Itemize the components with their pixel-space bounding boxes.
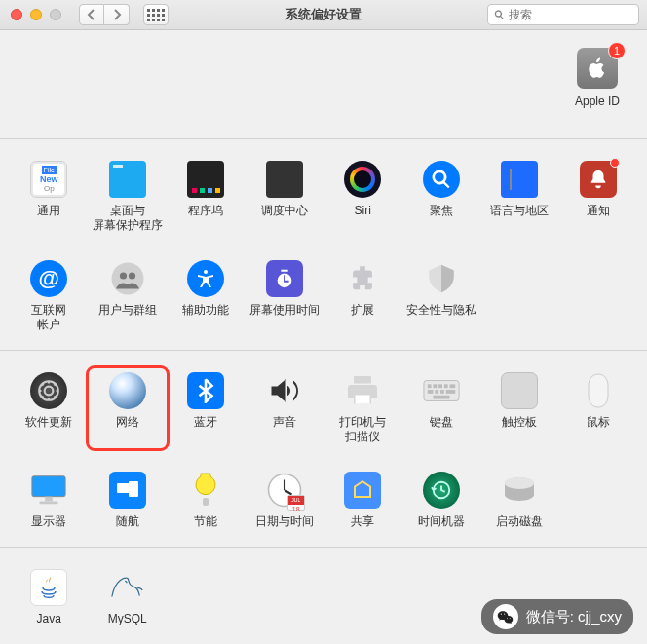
prefs-section-0: FileNewOp通用桌面与 屏幕保护程序程序坞调度中心Siri聚焦语言与地区通… — [0, 139, 647, 351]
pref-bluetooth[interactable]: 蓝牙 — [167, 368, 246, 448]
pref-mysql[interactable]: MySQL — [89, 565, 168, 630]
apple-id-label: Apple ID — [575, 95, 620, 109]
pref-siri[interactable]: Siri — [324, 157, 402, 237]
wechat-icon — [493, 604, 518, 629]
pref-mission[interactable]: 调度中心 — [246, 157, 324, 237]
pref-accessibility[interactable]: 辅助功能 — [167, 256, 246, 336]
pref-label: 显示器 — [31, 514, 66, 529]
pref-screentime[interactable]: 屏幕使用时间 — [246, 256, 324, 336]
pref-sharing[interactable]: 共享 — [324, 468, 402, 533]
pref-label: 声音 — [273, 415, 296, 430]
pref-label: 触控板 — [502, 415, 537, 430]
pref-startup[interactable]: 启动磁盘 — [480, 468, 559, 533]
pref-label: 时间机器 — [418, 514, 465, 529]
nav-buttons — [79, 4, 130, 25]
pref-language[interactable]: 语言与地区 — [480, 157, 559, 237]
apple-id-badge: 1 — [608, 42, 626, 59]
prefs-row: FileNewOp通用桌面与 屏幕保护程序程序坞调度中心Siri聚焦语言与地区通… — [10, 157, 637, 237]
pref-label: 扩展 — [351, 303, 374, 318]
pref-trackpad[interactable]: 触控板 — [480, 368, 559, 448]
pref-label: Siri — [355, 204, 371, 218]
pref-extensions[interactable]: 扩展 — [324, 256, 402, 336]
svg-point-27 — [505, 477, 534, 489]
pref-label: Java — [37, 612, 61, 626]
svg-point-0 — [111, 263, 143, 295]
svg-point-2 — [129, 272, 135, 279]
pref-label: 启动磁盘 — [496, 514, 543, 529]
search-field[interactable] — [487, 4, 639, 25]
chevron-left-icon — [87, 9, 96, 20]
pref-notifications[interactable]: 通知 — [559, 157, 638, 237]
apple-id-row: 1 Apple ID — [0, 30, 647, 139]
svg-rect-20 — [45, 497, 53, 502]
show-all-button[interactable] — [143, 4, 169, 25]
minimize-window-button[interactable] — [30, 9, 42, 20]
pref-sidecar[interactable]: 随航 — [89, 468, 168, 533]
svg-rect-24 — [203, 498, 209, 506]
svg-rect-21 — [40, 501, 58, 504]
pref-mouse[interactable]: 鼠标 — [559, 368, 638, 448]
pref-java[interactable]: Java — [10, 565, 89, 630]
pref-label: 语言与地区 — [490, 204, 549, 218]
pref-dock[interactable]: 程序坞 — [167, 157, 246, 237]
search-input[interactable] — [509, 8, 632, 21]
close-window-button[interactable] — [11, 9, 22, 20]
pref-label: 随航 — [116, 514, 139, 529]
pref-printers[interactable]: 打印机与 扫描仪 — [324, 368, 402, 448]
zoom-window-button — [50, 9, 61, 20]
pref-label: 调度中心 — [261, 204, 308, 218]
svg-rect-13 — [428, 390, 434, 394]
pref-label: 共享 — [351, 514, 374, 529]
pref-label: 互联网 帐户 — [31, 303, 66, 332]
pref-spotlight[interactable]: 聚焦 — [402, 157, 481, 237]
pref-label: 蓝牙 — [194, 415, 217, 430]
svg-rect-14 — [435, 390, 438, 394]
pref-label: 软件更新 — [25, 415, 72, 430]
svg-rect-10 — [438, 384, 442, 388]
pref-internet-accounts[interactable]: @互联网 帐户 — [10, 256, 89, 336]
pref-keyboard[interactable]: 键盘 — [402, 368, 481, 448]
pref-security[interactable]: 安全性与隐私 — [402, 256, 481, 336]
pref-label: 安全性与隐私 — [406, 303, 476, 318]
pref-displays[interactable]: 显示器 — [10, 468, 89, 533]
pref-label: 鼠标 — [587, 415, 610, 430]
back-button[interactable] — [79, 4, 104, 25]
pref-software-update[interactable]: 软件更新 — [10, 368, 89, 448]
svg-rect-23 — [129, 481, 138, 497]
prefs-row: 显示器随航节能JUL18日期与时间共享时间机器启动磁盘 — [10, 468, 637, 533]
pref-users[interactable]: 用户与群组 — [89, 256, 168, 336]
pref-datetime[interactable]: JUL18日期与时间 — [246, 468, 324, 533]
svg-rect-8 — [428, 384, 432, 388]
wechat-watermark: 微信号: cjj_cxy — [481, 599, 633, 634]
svg-rect-17 — [433, 396, 449, 399]
pref-network[interactable]: 网络 — [89, 368, 168, 448]
svg-rect-18 — [32, 476, 65, 497]
pref-label: 节能 — [194, 514, 217, 529]
svg-rect-15 — [440, 390, 444, 394]
window-controls — [8, 9, 61, 20]
titlebar: 系统偏好设置 — [0, 0, 647, 30]
svg-rect-22 — [117, 483, 131, 493]
pref-label: 网络 — [116, 415, 139, 430]
svg-rect-9 — [433, 384, 437, 388]
forward-button[interactable] — [104, 4, 130, 25]
pref-sound[interactable]: 声音 — [246, 368, 324, 448]
pref-desktop[interactable]: 桌面与 屏幕保护程序 — [89, 157, 168, 237]
pref-label: 桌面与 屏幕保护程序 — [93, 204, 163, 233]
svg-rect-12 — [449, 384, 455, 388]
svg-point-3 — [204, 270, 208, 274]
pref-label: 屏幕使用时间 — [249, 303, 320, 318]
svg-rect-11 — [444, 384, 448, 388]
pref-energy[interactable]: 节能 — [167, 468, 246, 533]
svg-rect-6 — [356, 396, 370, 404]
wechat-text: 微信号: cjj_cxy — [526, 608, 622, 626]
prefs-row: 软件更新网络蓝牙声音打印机与 扫描仪键盘触控板鼠标 — [10, 368, 637, 448]
pref-general[interactable]: FileNewOp通用 — [10, 157, 89, 237]
prefs-section-1: 软件更新网络蓝牙声音打印机与 扫描仪键盘触控板鼠标显示器随航节能JUL18日期与… — [0, 351, 647, 548]
apple-id-button[interactable]: 1 Apple ID — [575, 48, 620, 109]
pref-label: 辅助功能 — [182, 303, 229, 318]
pref-timemachine[interactable]: 时间机器 — [402, 468, 481, 533]
pref-label: 聚焦 — [430, 204, 453, 218]
pref-label: 用户与群组 — [98, 303, 157, 318]
pref-label: 键盘 — [430, 415, 453, 430]
